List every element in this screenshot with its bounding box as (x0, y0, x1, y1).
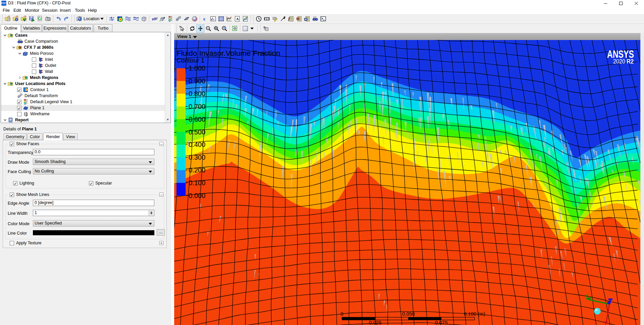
svg-text:0.700: 0.700 (189, 103, 205, 110)
svg-text:0.000: 0.000 (189, 192, 205, 199)
svg-text:0.100: 0.100 (189, 179, 205, 187)
svg-text:M: M (296, 17, 299, 21)
svg-text:x: x (203, 16, 205, 22)
svg-text:A: A (236, 17, 239, 21)
svg-text:0.025: 0.025 (369, 320, 382, 325)
svg-text:?: ? (263, 26, 265, 31)
svg-text:0.500: 0.500 (189, 128, 205, 136)
svg-text:0.800: 0.800 (189, 90, 205, 97)
svg-text:1: 1 (171, 19, 172, 21)
svg-text:0.050: 0.050 (402, 311, 415, 317)
svg-text:1: 1 (27, 102, 28, 104)
svg-text:Y: Y (585, 293, 588, 299)
svg-text:2020 R2: 2020 R2 (613, 58, 634, 65)
svg-text:0.600: 0.600 (189, 116, 205, 123)
svg-text:ABC: ABC (151, 16, 157, 21)
svg-text:α: α (213, 17, 214, 21)
svg-text:0.300: 0.300 (189, 154, 205, 161)
svg-text:1.000: 1.000 (189, 65, 205, 72)
svg-text:0.075: 0.075 (435, 320, 448, 325)
svg-text:0: 0 (341, 311, 343, 317)
svg-text:0.100 (m): 0.100 (m) (464, 311, 485, 317)
svg-text:0.400: 0.400 (189, 141, 205, 148)
svg-text:0.900: 0.900 (189, 77, 205, 85)
svg-text:Fluido Invasor.Volume Fraction: Fluido Invasor.Volume Fraction (177, 49, 280, 57)
svg-text:0.200: 0.200 (189, 166, 205, 174)
svg-text:Contour 1: Contour 1 (177, 57, 204, 64)
